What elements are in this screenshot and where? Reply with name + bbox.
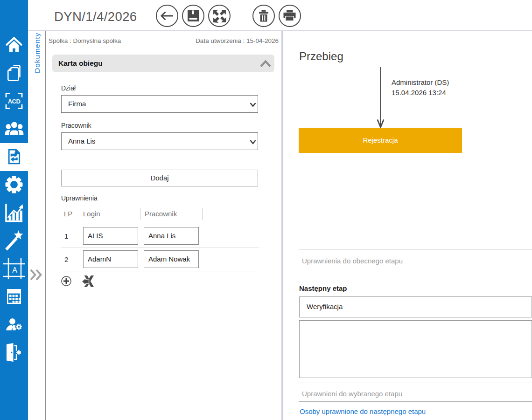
svg-text:ACD: ACD (8, 97, 21, 104)
svg-text:A: A (12, 266, 17, 274)
